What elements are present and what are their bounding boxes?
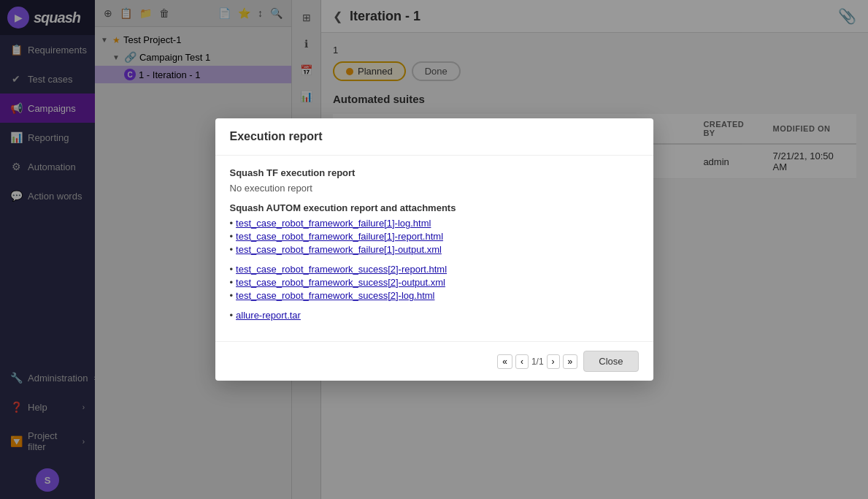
- link-item: test_case_robot_framework_sucess[2]-outp…: [230, 277, 639, 288]
- pagination-next-button[interactable]: ›: [547, 354, 560, 369]
- link-allure-report[interactable]: allure-report.tar: [236, 310, 301, 321]
- links-group-2: test_case_robot_framework_sucess[2]-repo…: [230, 264, 639, 301]
- link-item: test_case_robot_framework_failure[1]-out…: [230, 244, 639, 255]
- execution-report-modal: Execution report Squash TF execution rep…: [215, 118, 653, 381]
- modal-body: Squash TF execution report No execution …: [215, 156, 653, 341]
- modal-footer: « ‹ 1/1 › » Close: [215, 341, 653, 381]
- link-failure-output[interactable]: test_case_robot_framework_failure[1]-out…: [236, 244, 442, 255]
- link-item: test_case_robot_framework_failure[1]-rep…: [230, 231, 639, 242]
- links-group-1: test_case_robot_framework_failure[1]-log…: [230, 218, 639, 255]
- link-item: test_case_robot_framework_failure[1]-log…: [230, 218, 639, 229]
- link-sucess-report[interactable]: test_case_robot_framework_sucess[2]-repo…: [236, 264, 447, 275]
- autom-section-title: Squash AUTOM execution report and attach…: [230, 202, 639, 213]
- close-button[interactable]: Close: [583, 351, 638, 372]
- link-item: test_case_robot_framework_sucess[2]-log.…: [230, 290, 639, 301]
- tf-section-value: No execution report: [230, 183, 639, 194]
- pagination-last-button[interactable]: »: [563, 354, 578, 369]
- link-item: test_case_robot_framework_sucess[2]-repo…: [230, 264, 639, 275]
- pagination-first-button[interactable]: «: [497, 354, 512, 369]
- pagination-prev-button[interactable]: ‹: [515, 354, 529, 369]
- link-failure-report[interactable]: test_case_robot_framework_failure[1]-rep…: [236, 231, 443, 242]
- link-failure-log[interactable]: test_case_robot_framework_failure[1]-log…: [236, 218, 431, 229]
- pagination-info: 1/1: [531, 357, 544, 367]
- modal-header: Execution report: [215, 118, 653, 156]
- link-item: allure-report.tar: [230, 310, 639, 321]
- modal-title: Execution report: [230, 130, 323, 142]
- link-sucess-log[interactable]: test_case_robot_framework_sucess[2]-log.…: [236, 290, 434, 301]
- tf-section-title: Squash TF execution report: [230, 167, 639, 178]
- modal-overlay: Execution report Squash TF execution rep…: [0, 0, 868, 499]
- link-sucess-output[interactable]: test_case_robot_framework_sucess[2]-outp…: [236, 277, 445, 288]
- links-group-3: allure-report.tar: [230, 310, 639, 321]
- pagination: « ‹ 1/1 › »: [497, 351, 577, 372]
